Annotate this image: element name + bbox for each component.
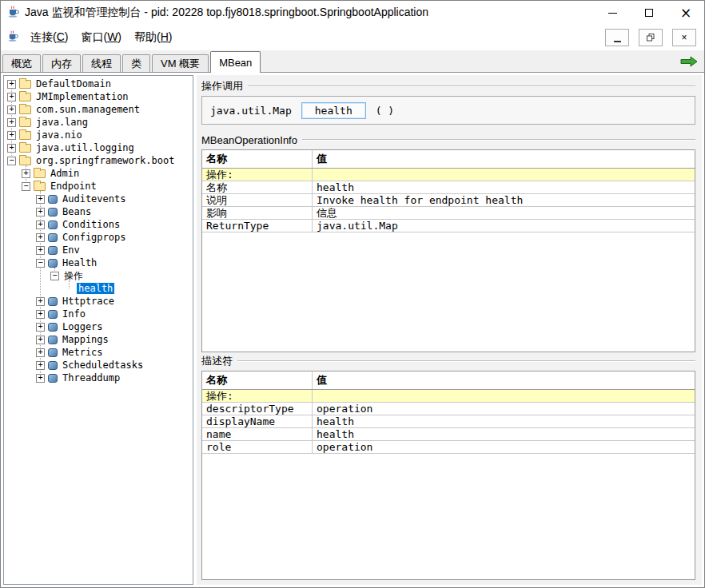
window-close-button[interactable]: × [667,1,704,25]
descriptor-value-cell: health [313,428,695,440]
bean-icon [48,310,58,319]
expand-toggle-icon[interactable]: + [36,220,45,229]
tab-classes[interactable]: 类 [122,54,150,72]
tree-node-configprops[interactable]: +Configprops [4,231,193,244]
operation-info-row[interactable]: 操作: [202,169,695,181]
operation-info-row[interactable]: 影响信息 [202,207,695,220]
tree-node-org-springframework-boot[interactable]: −org.springframework.boot [4,154,193,167]
collapse-toggle-icon[interactable]: − [7,157,16,165]
tree-node-auditevents[interactable]: +Auditevents [4,193,193,205]
operation-info-row[interactable]: 名称health [202,181,695,194]
operation-info-column-header-name[interactable]: 名称 [202,150,313,168]
expand-toggle-icon[interactable]: + [36,310,45,319]
tree-node-label: Conditions [61,219,121,230]
descriptor-row[interactable]: descriptorTypeoperation [202,403,695,415]
descriptor-row[interactable]: namehealth [202,428,695,441]
bean-icon [48,361,58,370]
descriptor-row[interactable]: displayNamehealth [202,415,695,428]
expand-toggle-icon[interactable]: + [36,336,45,344]
bean-icon [48,195,58,204]
operation-info-name-cell: 名称 [202,181,313,193]
menu-connection[interactable]: 连接(C) [24,27,74,48]
tree-node-conditions[interactable]: +Conditions [4,218,193,231]
tab-overview[interactable]: 概览 [2,54,41,72]
expand-toggle-icon[interactable]: + [7,105,16,114]
operation-info-name-cell: 操作: [202,169,313,181]
tree-node-operations[interactable]: −操作 [4,269,193,282]
tree-node-label: java.lang [34,117,90,128]
menu-help[interactable]: 帮助(H) [128,27,178,48]
expand-toggle-icon[interactable]: + [36,297,45,306]
tree-node-label: health [77,283,114,294]
tree-node-jm-implementation[interactable]: +JMImplementation [4,90,193,103]
collapse-toggle-icon[interactable]: − [22,182,30,191]
connection-status-icon[interactable] [680,56,698,70]
operation-info-name-cell: 说明 [202,194,313,206]
internal-close-button[interactable]: × [672,29,696,46]
expand-toggle-icon[interactable]: + [36,246,45,255]
tab-mbean[interactable]: MBean [210,51,261,73]
folder-icon [19,144,31,153]
expand-toggle-icon[interactable]: + [36,361,45,370]
tab-threads[interactable]: 线程 [82,54,121,72]
internal-minimize-button[interactable] [605,29,629,46]
tree-node-info[interactable]: +Info [4,308,193,320]
tree-node-threaddump[interactable]: +Threaddump [4,371,193,384]
tree-node-operation-health[interactable]: health [4,282,193,295]
expand-toggle-icon[interactable]: + [36,233,45,242]
tree-node-health[interactable]: −Health [4,256,193,269]
expand-toggle-icon[interactable]: + [7,93,16,101]
tab-vm-summary[interactable]: VM 概要 [152,54,209,72]
collapse-toggle-icon[interactable]: − [50,272,59,280]
expand-toggle-icon[interactable]: + [36,374,45,383]
tree-node-httptrace[interactable]: +Httptrace [4,295,193,308]
folder-icon [19,93,31,101]
expand-toggle-icon[interactable]: + [7,131,16,140]
descriptor-column-header-name[interactable]: 名称 [202,371,313,389]
window-minimize-button[interactable] [594,1,631,25]
descriptor-row[interactable]: 操作: [202,390,695,403]
folder-icon [19,105,31,114]
expand-toggle-icon[interactable]: + [7,80,16,89]
tree-node-label: Env [61,244,82,256]
tree-node-java-lang[interactable]: +java.lang [4,116,193,129]
menubar-items: 连接(C)窗口(W)帮助(H) [24,27,179,48]
tree-node-label: Threaddump [61,372,121,383]
tree-node-java-nio[interactable]: +java.nio [4,129,193,141]
descriptor-row[interactable]: roleoperation [202,441,695,454]
tree-node-env[interactable]: +Env [4,244,193,256]
java-app-icon [7,6,20,21]
tree-node-com-sun-management[interactable]: +com.sun.management [4,103,193,116]
operation-info-row[interactable]: 说明Invoke health for endpoint health [202,194,695,207]
tree-node-default-domain[interactable]: +DefaultDomain [4,77,193,90]
expand-toggle-icon[interactable]: + [36,195,45,204]
tree-node-loggers[interactable]: +Loggers [4,320,193,333]
tab-memory[interactable]: 内存 [42,54,81,72]
operation-info-column-header-value[interactable]: 值 [313,150,695,168]
tree-node-mappings[interactable]: +Mappings [4,333,193,346]
folder-icon [34,182,46,191]
tree-node-label: org.springframework.boot [34,155,176,166]
descriptor-column-header-value[interactable]: 值 [313,371,695,389]
window-maximize-button[interactable] [631,1,667,25]
expand-toggle-icon[interactable]: + [36,348,45,357]
tree-node-beans[interactable]: +Beans [4,205,193,218]
tree-node-label: JMImplementation [34,91,130,102]
tree-node-java-util-logging[interactable]: +java.util.logging [4,141,193,154]
tree-node-metrics[interactable]: +Metrics [4,346,193,359]
collapse-toggle-icon[interactable]: − [36,259,45,268]
operation-info-row[interactable]: ReturnTypejava.util.Map [202,220,695,232]
expand-toggle-icon[interactable]: + [7,118,16,127]
expand-toggle-icon[interactable]: + [36,208,45,217]
tree-node-endpoint[interactable]: −Endpoint [4,180,193,193]
expand-toggle-icon[interactable]: + [36,323,45,332]
tree-node-admin[interactable]: +Admin [4,167,193,180]
folder-icon [34,169,46,178]
invoke-health-button[interactable]: health [301,102,366,119]
operation-info-title: MBeanOperationInfo [201,134,302,146]
tree-node-scheduledtasks[interactable]: +Scheduledtasks [4,359,193,371]
expand-toggle-icon[interactable]: + [22,169,30,178]
menu-window[interactable]: 窗口(W) [74,27,128,48]
internal-restore-button[interactable] [639,29,663,46]
expand-toggle-icon[interactable]: + [7,144,16,153]
